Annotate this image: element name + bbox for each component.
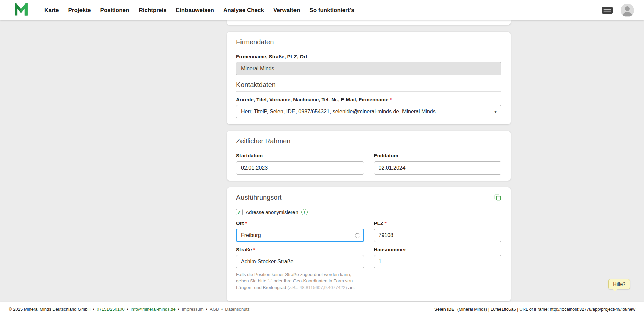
firmenname-field [236,62,501,75]
server-icon[interactable] [602,6,613,15]
strasse-field[interactable] [236,255,364,268]
anonymize-label: Adresse anonymisieren [246,209,298,215]
separator: • [221,307,223,312]
nav-item-karte[interactable]: Karte [44,7,59,14]
firmenname-label-text: Firmenname, Straße, PLZ, Ort [236,54,307,59]
strasse-hint-suffix: an. [347,285,355,290]
impressum-link[interactable]: Impressum [182,307,203,312]
separator: • [206,307,208,312]
plz-field[interactable] [374,229,502,242]
ort-label: Ort* [236,220,364,226]
zeitraum-title: Zeitlicher Rahmen [236,137,501,145]
ort-label-text: Ort [236,220,244,226]
copyright-text: © 2025 Mineral Minds Deutschland GmbH [9,307,91,312]
required-asterisk: * [245,220,247,226]
strasse-hint-coords: (z.B.: 48.8115607,9.4077422) [287,285,347,290]
strasse-label-text: Straße [236,247,252,252]
required-asterisk: * [253,247,255,252]
enddatum-field[interactable] [374,161,502,175]
kontakt-select-value: Herr, TitelP, Selen, IDE, 0987/654321, s… [241,109,436,115]
help-button[interactable]: Hilfe? [608,279,630,289]
separator: • [127,307,128,312]
info-icon[interactable]: i [301,209,308,215]
copy-icon[interactable] [494,194,501,201]
required-asterisk: * [390,97,392,102]
hausnummer-label-text: Hausnummer [374,247,406,252]
required-asterisk: * [385,220,387,226]
footer-status: Selen IDE (Mineral Minds) | 16fae1ffc6a6… [434,307,635,312]
ausfuehrungsort-title: Ausführungsort [236,193,282,201]
nav-item-positionen[interactable]: Positionen [100,7,129,14]
footer: © 2025 Mineral Minds Deutschland GmbH • … [0,302,644,316]
startdatum-field[interactable] [236,161,364,175]
ide-name: Selen IDE [434,307,454,312]
nav-right [602,4,634,17]
ort-field-wrap [236,229,364,242]
divider [236,91,501,92]
enddatum-label: Enddatum [374,153,502,159]
kontaktdaten-title: Kontaktdaten [236,81,501,89]
kontakt-label-text: Anrede, Titel, Vorname, Nachname, Tel.-N… [236,97,388,102]
ide-details: (Mineral Minds) | 16fae1ffc6a6 | URL of … [457,307,635,312]
divider [236,204,501,204]
nav-menu: Karte Projekte Positionen Richtpreis Ein… [44,7,354,14]
nav-item-analyse-check[interactable]: Analyse Check [223,7,264,14]
strasse-hint: Falls die Position keiner Straße zugeord… [236,271,364,291]
nav-item-richtpreis[interactable]: Richtpreis [139,7,166,14]
firmenname-label: Firmenname, Straße, PLZ, Ort [236,54,501,60]
firmendaten-card: Firmendaten Firmenname, Straße, PLZ, Ort… [227,32,511,124]
card-fragment-top [227,20,511,25]
kontakt-select[interactable]: Herr, TitelP, Selen, IDE, 0987/654321, s… [236,105,501,118]
divider [236,49,501,49]
agb-link[interactable]: AGB [210,307,219,312]
chevron-down-icon: ▾ [494,109,497,114]
hausnummer-label: Hausnummer [374,247,502,253]
plz-label: PLZ* [374,220,502,226]
plz-label-text: PLZ [374,220,383,226]
zeitraum-card: Zeitlicher Rahmen Startdatum Enddatum [227,131,511,181]
phone-link[interactable]: 07151/250100 [97,307,124,312]
nav-item-projekte[interactable]: Projekte [68,7,91,14]
brand-logo-icon [14,3,28,18]
hausnummer-field[interactable] [374,255,502,268]
checkmark-icon: ✓ [237,210,241,215]
kontakt-label: Anrede, Titel, Vorname, Nachname, Tel.-N… [236,97,501,103]
footer-left: © 2025 Mineral Minds Deutschland GmbH • … [9,307,250,312]
anonymize-checkbox[interactable]: ✓ [236,209,243,215]
firmendaten-title: Firmendaten [236,38,501,46]
anonymize-row: ✓ Adresse anonymisieren i [236,209,501,215]
nav-item-einbauweisen[interactable]: Einbauweisen [176,7,214,14]
ort-field[interactable] [236,229,364,242]
email-link[interactable]: info@mineral-minds.de [131,307,176,312]
startdatum-label-text: Startdatum [236,153,263,159]
ausfuehrungsort-card: Ausführungsort ✓ Adresse anonymisieren i… [227,187,511,301]
startdatum-label: Startdatum [236,153,364,159]
separator: • [93,307,95,312]
loading-spinner-icon [355,233,360,238]
top-nav: Karte Projekte Positionen Richtpreis Ein… [0,0,644,20]
main-content: Firmendaten Firmenname, Straße, PLZ, Ort… [227,20,511,316]
separator: • [178,307,180,312]
user-avatar-icon[interactable] [621,4,634,17]
strasse-label: Straße* [236,247,364,253]
datenschutz-link[interactable]: Datenschutz [225,307,249,312]
nav-item-so-funktionierts[interactable]: So funktioniert's [309,7,354,14]
enddatum-label-text: Enddatum [374,153,398,159]
logo[interactable] [14,3,28,18]
nav-item-verwalten[interactable]: Verwalten [273,7,300,14]
